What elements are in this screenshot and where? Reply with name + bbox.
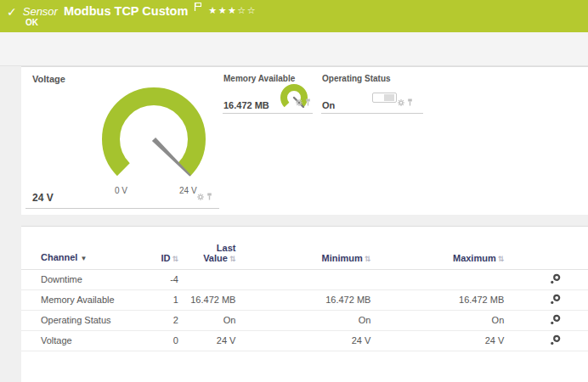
- header-label: Channel: [41, 252, 77, 262]
- channel-last-value: On: [178, 310, 236, 330]
- sensor-status-text: OK: [25, 18, 38, 27]
- sensor-name: Modbus TCP Custom: [64, 4, 188, 18]
- memory-gauge-panel[interactable]: Memory Available 16.472 MB: [223, 72, 313, 114]
- object-kind-label: Sensor: [23, 5, 58, 18]
- column-header-minimum[interactable]: Minimum⇅: [235, 227, 370, 269]
- channel-name: Memory Available: [21, 289, 158, 310]
- column-header-channel[interactable]: Channel▼: [21, 227, 158, 269]
- channel-table-section: Channel▼ ID⇅ LastValue⇅ Minimum⇅ Maximum…: [21, 226, 588, 382]
- gauges-section: Voltage 0 V 24 V 24 V Memory Available 1…: [21, 66, 588, 215]
- table-row-voltage[interactable]: Voltage 0 24 V 24 V 24 V: [21, 330, 588, 351]
- table-row-memory-available[interactable]: Memory Available 1 16.472 MB 16.472 MB 1…: [21, 289, 588, 310]
- channel-settings-gear-icon[interactable]: [550, 334, 561, 347]
- operating-status-panel[interactable]: Operating Status On: [321, 72, 423, 114]
- sort-icon: ⇅: [229, 255, 236, 263]
- tab-bar: Overview Live Data 2 days 30 days 365 da…: [0, 32, 588, 66]
- sensor-title-row: ✓ Sensor Modbus TCP Custom ★★★☆☆: [7, 3, 257, 19]
- channel-maximum: On: [370, 310, 504, 330]
- channel-last-value: 16.472 MB: [178, 289, 236, 310]
- channel-name: Voltage: [21, 330, 158, 351]
- sort-icon: ⇅: [365, 255, 371, 263]
- toggle-knob: [384, 94, 394, 101]
- header-label: Maximum: [453, 253, 496, 263]
- status-ok-check-icon: ✓: [7, 5, 17, 19]
- sensor-status-header: ✓ Sensor Modbus TCP Custom ★★★☆☆ OK: [0, 0, 588, 32]
- channel-minimum: [235, 269, 370, 289]
- channel-table: Channel▼ ID⇅ LastValue⇅ Minimum⇅ Maximum…: [21, 227, 588, 351]
- channel-settings-gear-icon[interactable]: [550, 273, 561, 286]
- channel-last-value: [178, 269, 236, 289]
- column-header-id[interactable]: ID⇅: [158, 227, 178, 269]
- table-row-downtime[interactable]: Downtime -4: [21, 269, 588, 289]
- channel-maximum: [370, 269, 504, 289]
- channel-last-value: 24 V: [178, 330, 236, 351]
- header-label: Minimum: [322, 253, 363, 263]
- header-label: ID: [161, 253, 170, 263]
- operating-status-value: On: [322, 100, 335, 110]
- channel-id: 1: [158, 289, 178, 310]
- channel-minimum: 24 V: [235, 330, 370, 351]
- sort-desc-icon: ▼: [80, 255, 87, 262]
- column-header-actions: [504, 227, 588, 269]
- gauge-settings-gear-icon[interactable]: [398, 94, 404, 110]
- gauge-max-label: 24 V: [179, 186, 197, 195]
- channel-maximum: 16.472 MB: [370, 289, 504, 310]
- column-header-last-value[interactable]: LastValue⇅: [178, 227, 236, 269]
- channel-maximum: 24 V: [370, 330, 504, 351]
- gauge-settings-gear-icon[interactable]: [296, 94, 302, 110]
- channel-settings-gear-icon[interactable]: [550, 294, 561, 306]
- channel-settings-gear-icon[interactable]: [550, 314, 561, 327]
- channel-id: 0: [158, 330, 178, 351]
- channel-minimum: On: [235, 310, 370, 330]
- gauge-title: Operating Status: [322, 74, 391, 83]
- sort-icon: ⇅: [172, 255, 178, 263]
- gauge-settings-gear-icon[interactable]: [197, 188, 204, 204]
- pin-icon[interactable]: [206, 188, 212, 204]
- sort-icon: ⇅: [498, 255, 505, 263]
- channel-minimum: 16.472 MB: [235, 289, 370, 310]
- priority-stars[interactable]: ★★★☆☆: [208, 5, 257, 16]
- header-label: Value: [203, 253, 228, 263]
- column-header-maximum[interactable]: Maximum⇅: [370, 227, 504, 269]
- voltage-gauge-panel[interactable]: Voltage 0 V 24 V 24 V: [25, 72, 219, 209]
- channel-id: -4: [158, 269, 178, 289]
- prtg-sensor-page: ✓ Sensor Modbus TCP Custom ★★★☆☆ OK Over…: [0, 0, 588, 382]
- gauge-min-label: 0 V: [115, 186, 127, 195]
- header-label: Last: [217, 243, 236, 253]
- memory-value: 16.472 MB: [223, 100, 269, 110]
- pin-icon[interactable]: [305, 94, 311, 110]
- channel-id: 2: [158, 310, 178, 330]
- flag-icon[interactable]: [194, 0, 202, 15]
- pin-icon[interactable]: [407, 94, 413, 110]
- table-row-operating-status[interactable]: Operating Status 2 On On On: [21, 310, 588, 330]
- voltage-value: 24 V: [32, 192, 54, 204]
- channel-name: Operating Status: [21, 310, 158, 330]
- status-toggle-icon: [372, 93, 397, 103]
- channel-name: Downtime: [21, 269, 158, 289]
